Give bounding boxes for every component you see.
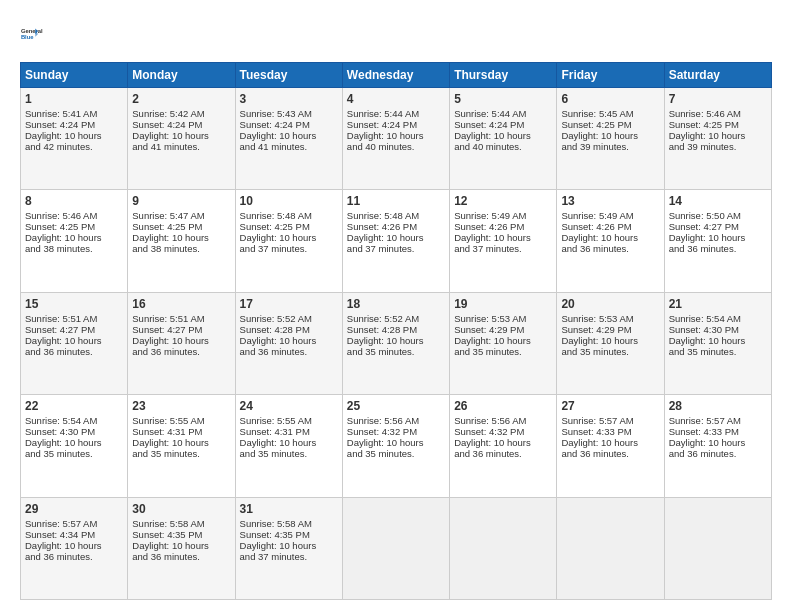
daylight-label: Daylight: 10 hours [454, 130, 531, 141]
sunrise-label: Sunrise: 5:50 AM [669, 210, 741, 221]
svg-text:Blue: Blue [21, 34, 34, 40]
sunset-label: Sunset: 4:35 PM [132, 529, 202, 540]
sunset-label: Sunset: 4:25 PM [669, 119, 739, 130]
calendar-cell: 14Sunrise: 5:50 AMSunset: 4:27 PMDayligh… [664, 190, 771, 292]
sunset-label: Sunset: 4:24 PM [347, 119, 417, 130]
daylight-label: Daylight: 10 hours [561, 437, 638, 448]
daylight-minutes: and 39 minutes. [561, 141, 629, 152]
sunrise-label: Sunrise: 5:42 AM [132, 108, 204, 119]
sunset-label: Sunset: 4:25 PM [25, 221, 95, 232]
daylight-minutes: and 36 minutes. [669, 448, 737, 459]
daylight-label: Daylight: 10 hours [132, 232, 209, 243]
sunrise-label: Sunrise: 5:45 AM [561, 108, 633, 119]
daylight-label: Daylight: 10 hours [25, 130, 102, 141]
daylight-label: Daylight: 10 hours [132, 437, 209, 448]
sunset-label: Sunset: 4:33 PM [561, 426, 631, 437]
daylight-minutes: and 41 minutes. [132, 141, 200, 152]
sunset-label: Sunset: 4:34 PM [25, 529, 95, 540]
calendar-cell: 30Sunrise: 5:58 AMSunset: 4:35 PMDayligh… [128, 497, 235, 599]
sunset-label: Sunset: 4:26 PM [454, 221, 524, 232]
sunset-label: Sunset: 4:32 PM [347, 426, 417, 437]
day-number: 16 [132, 297, 230, 311]
daylight-label: Daylight: 10 hours [347, 130, 424, 141]
sunrise-label: Sunrise: 5:49 AM [454, 210, 526, 221]
calendar-cell [664, 497, 771, 599]
calendar-cell: 13Sunrise: 5:49 AMSunset: 4:26 PMDayligh… [557, 190, 664, 292]
sunset-label: Sunset: 4:31 PM [240, 426, 310, 437]
sunset-label: Sunset: 4:27 PM [132, 324, 202, 335]
sunrise-label: Sunrise: 5:44 AM [454, 108, 526, 119]
sunrise-label: Sunrise: 5:44 AM [347, 108, 419, 119]
calendar-cell: 8Sunrise: 5:46 AMSunset: 4:25 PMDaylight… [21, 190, 128, 292]
day-number: 4 [347, 92, 445, 106]
sunset-label: Sunset: 4:26 PM [347, 221, 417, 232]
calendar-cell: 26Sunrise: 5:56 AMSunset: 4:32 PMDayligh… [450, 395, 557, 497]
daylight-label: Daylight: 10 hours [132, 540, 209, 551]
daylight-minutes: and 37 minutes. [347, 243, 415, 254]
sunrise-label: Sunrise: 5:51 AM [25, 313, 97, 324]
calendar-header-row: SundayMondayTuesdayWednesdayThursdayFrid… [21, 63, 772, 88]
daylight-label: Daylight: 10 hours [240, 437, 317, 448]
sunset-label: Sunset: 4:25 PM [132, 221, 202, 232]
sunset-label: Sunset: 4:35 PM [240, 529, 310, 540]
calendar-table: SundayMondayTuesdayWednesdayThursdayFrid… [20, 62, 772, 600]
calendar-cell: 27Sunrise: 5:57 AMSunset: 4:33 PMDayligh… [557, 395, 664, 497]
daylight-minutes: and 35 minutes. [25, 448, 93, 459]
day-number: 21 [669, 297, 767, 311]
daylight-label: Daylight: 10 hours [132, 130, 209, 141]
sunrise-label: Sunrise: 5:57 AM [25, 518, 97, 529]
sunset-label: Sunset: 4:27 PM [669, 221, 739, 232]
sunset-label: Sunset: 4:24 PM [132, 119, 202, 130]
day-number: 8 [25, 194, 123, 208]
weekday-header-friday: Friday [557, 63, 664, 88]
daylight-minutes: and 40 minutes. [347, 141, 415, 152]
calendar-cell: 19Sunrise: 5:53 AMSunset: 4:29 PMDayligh… [450, 292, 557, 394]
daylight-minutes: and 39 minutes. [669, 141, 737, 152]
sunrise-label: Sunrise: 5:58 AM [132, 518, 204, 529]
daylight-minutes: and 38 minutes. [132, 243, 200, 254]
day-number: 20 [561, 297, 659, 311]
sunrise-label: Sunrise: 5:41 AM [25, 108, 97, 119]
day-number: 26 [454, 399, 552, 413]
sunrise-label: Sunrise: 5:52 AM [240, 313, 312, 324]
daylight-label: Daylight: 10 hours [25, 335, 102, 346]
logo-icon: General Blue [20, 16, 56, 52]
calendar-week-2: 8Sunrise: 5:46 AMSunset: 4:25 PMDaylight… [21, 190, 772, 292]
daylight-label: Daylight: 10 hours [669, 232, 746, 243]
day-number: 25 [347, 399, 445, 413]
calendar-cell: 6Sunrise: 5:45 AMSunset: 4:25 PMDaylight… [557, 88, 664, 190]
daylight-minutes: and 38 minutes. [25, 243, 93, 254]
sunset-label: Sunset: 4:25 PM [561, 119, 631, 130]
day-number: 3 [240, 92, 338, 106]
sunset-label: Sunset: 4:31 PM [132, 426, 202, 437]
calendar-cell: 25Sunrise: 5:56 AMSunset: 4:32 PMDayligh… [342, 395, 449, 497]
daylight-minutes: and 36 minutes. [240, 346, 308, 357]
calendar-week-1: 1Sunrise: 5:41 AMSunset: 4:24 PMDaylight… [21, 88, 772, 190]
daylight-label: Daylight: 10 hours [669, 437, 746, 448]
calendar-cell: 24Sunrise: 5:55 AMSunset: 4:31 PMDayligh… [235, 395, 342, 497]
day-number: 11 [347, 194, 445, 208]
daylight-minutes: and 36 minutes. [454, 448, 522, 459]
sunrise-label: Sunrise: 5:51 AM [132, 313, 204, 324]
day-number: 13 [561, 194, 659, 208]
sunrise-label: Sunrise: 5:54 AM [669, 313, 741, 324]
sunrise-label: Sunrise: 5:58 AM [240, 518, 312, 529]
day-number: 10 [240, 194, 338, 208]
day-number: 2 [132, 92, 230, 106]
day-number: 12 [454, 194, 552, 208]
calendar-cell: 4Sunrise: 5:44 AMSunset: 4:24 PMDaylight… [342, 88, 449, 190]
sunrise-label: Sunrise: 5:57 AM [561, 415, 633, 426]
calendar-cell [342, 497, 449, 599]
daylight-label: Daylight: 10 hours [240, 130, 317, 141]
sunset-label: Sunset: 4:28 PM [347, 324, 417, 335]
calendar-cell: 20Sunrise: 5:53 AMSunset: 4:29 PMDayligh… [557, 292, 664, 394]
daylight-label: Daylight: 10 hours [669, 335, 746, 346]
sunset-label: Sunset: 4:30 PM [25, 426, 95, 437]
calendar-cell [450, 497, 557, 599]
day-number: 30 [132, 502, 230, 516]
daylight-minutes: and 42 minutes. [25, 141, 93, 152]
sunrise-label: Sunrise: 5:52 AM [347, 313, 419, 324]
calendar-week-3: 15Sunrise: 5:51 AMSunset: 4:27 PMDayligh… [21, 292, 772, 394]
daylight-label: Daylight: 10 hours [454, 335, 531, 346]
sunrise-label: Sunrise: 5:46 AM [669, 108, 741, 119]
